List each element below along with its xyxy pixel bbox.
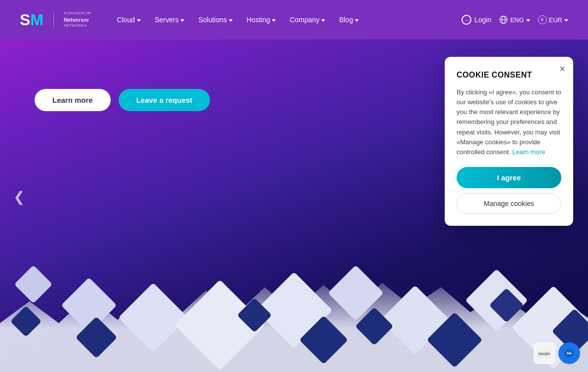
- chevron-down-icon: [272, 19, 276, 22]
- carousel-prev-button[interactable]: ❮: [10, 188, 28, 206]
- nav-item-blog[interactable]: Blog: [333, 12, 365, 28]
- chevron-down-icon: [321, 19, 325, 22]
- language-selector[interactable]: ENG: [499, 15, 530, 24]
- cookie-agree-button[interactable]: I agree: [457, 167, 561, 188]
- revain-chat-icon: [558, 342, 580, 364]
- svg-point-6: [567, 353, 569, 354]
- currency-selector[interactable]: € EUR: [538, 15, 568, 24]
- nav-links: Cloud Servers Solutions Hosting Company …: [111, 12, 462, 28]
- svg-text:revain: revain: [538, 351, 550, 356]
- revain-badge[interactable]: revain: [534, 342, 580, 364]
- nav-right: → Login ENG € EUR: [462, 15, 568, 25]
- decorative-background: [0, 253, 588, 372]
- revain-icon: revain: [534, 342, 555, 364]
- navbar: SM A DIVISION OF Netversor NETWORKS Clou…: [0, 0, 588, 40]
- login-button[interactable]: → Login: [462, 15, 491, 25]
- hero-buttons: Learn more Leave a request: [35, 89, 210, 111]
- chevron-down-icon: [526, 19, 530, 22]
- nav-item-cloud[interactable]: Cloud: [111, 12, 147, 28]
- logo-area[interactable]: SM A DIVISION OF Netversor NETWORKS: [20, 11, 91, 29]
- svg-point-8: [569, 353, 570, 354]
- learn-more-button[interactable]: Learn more: [35, 89, 111, 111]
- chevron-down-icon: [137, 19, 141, 22]
- cookie-title: COOKIE CONSENT: [457, 71, 561, 80]
- cookie-body: By clicking «I agree», you consent to ou…: [457, 87, 561, 157]
- logo-sm: SM: [20, 11, 43, 29]
- nav-item-company[interactable]: Company: [284, 12, 331, 28]
- diamond-shape: [14, 265, 53, 304]
- cookie-close-button[interactable]: ×: [559, 64, 565, 74]
- nav-item-solutions[interactable]: Solutions: [192, 12, 239, 28]
- chevron-down-icon: [355, 19, 359, 22]
- globe-icon: [499, 15, 508, 24]
- logo-divider: [53, 12, 54, 27]
- nav-item-hosting[interactable]: Hosting: [241, 12, 282, 28]
- login-icon: →: [462, 15, 471, 25]
- chevron-down-icon: [564, 19, 568, 22]
- logo-netversor: A DIVISION OF Netversor NETWORKS: [64, 11, 91, 28]
- leave-request-button[interactable]: Leave a request: [119, 89, 210, 111]
- hero-content: Learn more Leave a request: [35, 79, 210, 111]
- svg-point-7: [570, 353, 572, 354]
- cookie-manage-button[interactable]: Manage cookies: [457, 193, 561, 214]
- cookie-learn-more-link[interactable]: Learn more: [512, 148, 545, 156]
- chevron-down-icon: [229, 19, 233, 22]
- cookie-consent-modal: × COOKIE CONSENT By clicking «I agree», …: [445, 57, 573, 226]
- chevron-down-icon: [180, 19, 184, 22]
- currency-icon: €: [538, 15, 547, 24]
- nav-item-servers[interactable]: Servers: [149, 12, 190, 28]
